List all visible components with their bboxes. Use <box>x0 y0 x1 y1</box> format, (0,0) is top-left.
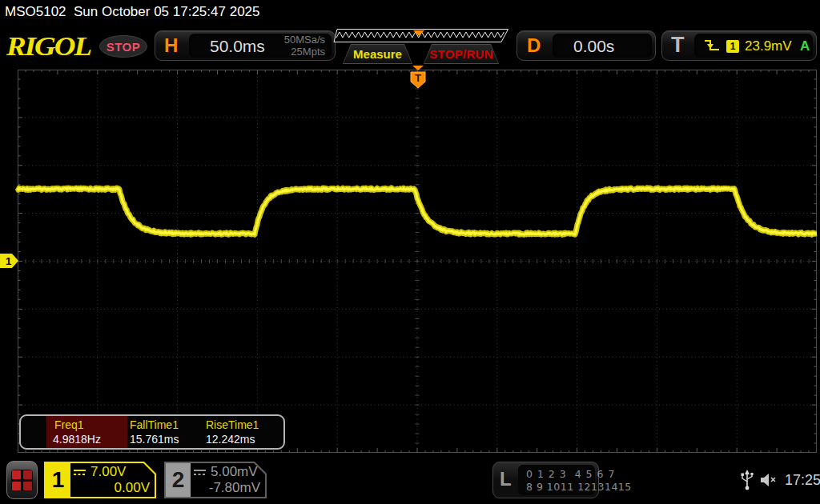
horizontal-label: H <box>164 34 178 57</box>
graticule <box>18 70 817 453</box>
trigger-source-badge: 1 <box>726 40 739 53</box>
digital-channels-row: 8 9 1011 12131415 <box>526 481 632 493</box>
usb-icon <box>741 469 754 491</box>
delay-label: D <box>527 34 541 57</box>
measurement-label: FallTime1 <box>130 418 179 431</box>
delay-menu-button[interactable]: D 0.00s <box>517 30 656 61</box>
channel-2-button[interactable]: 2 5.00mV -7.80mV <box>164 462 267 498</box>
quick-access-button[interactable] <box>6 461 38 499</box>
waveform-display-area: T <box>18 70 817 453</box>
measurement-label: Freq1 <box>54 418 84 431</box>
trigger-level-value: 23.9mV <box>745 38 792 54</box>
acquisition-info: 50MSa/s 25Mpts <box>284 34 325 58</box>
oscilloscope-screen: MSO5102 Sun October 05 17:25:47 2025 RIG… <box>0 0 820 504</box>
timebase-value: 50.0ms <box>210 37 265 56</box>
ch1-badge: 1 <box>46 463 70 497</box>
digital-channels-row: 0 1 2 3 4 5 6 7 <box>526 468 615 480</box>
trigger-menu-button[interactable]: T 1 23.9mV A <box>661 30 817 61</box>
ch2-offset: -7.80mV <box>193 480 260 496</box>
ch1-offset: 0.00V <box>73 480 150 496</box>
trigger-label: T <box>671 33 685 58</box>
measurement-value: 4.9818Hz <box>53 433 101 446</box>
ch1-position-marker[interactable]: 1 <box>0 252 19 270</box>
measurement-results-panel[interactable]: Freq1 FallTime1 RiseTime1 4.9818Hz 15.76… <box>19 414 285 450</box>
horizontal-menu-button[interactable]: H 50.0ms 50MSa/s 25Mpts <box>155 30 336 61</box>
trigger-mode: A <box>800 38 810 54</box>
logic-analyzer-well: 0 1 2 3 4 5 6 7 8 9 1011 12131415 <box>518 465 595 495</box>
measurement-value: 15.761ms <box>130 433 179 446</box>
dc-coupling-icon <box>193 468 207 477</box>
ch1-marker-number: 1 <box>6 255 11 267</box>
channel-1-button[interactable]: 1 7.00V 0.00V <box>44 462 156 498</box>
ch2-scale: 5.00mV <box>211 464 258 480</box>
speaker-mute-icon <box>759 471 780 489</box>
measurement-value: 12.242ms <box>206 433 255 446</box>
stop-run-button-label: STOP/RUN <box>429 47 493 61</box>
stop-run-button[interactable]: STOP/RUN <box>424 44 499 64</box>
status-bar-title: MSO5102 Sun October 05 17:25:47 2025 <box>5 4 260 20</box>
run-state-label: STOP <box>107 40 141 54</box>
trigger-marker-letter: T <box>415 72 421 84</box>
logic-analyzer-button[interactable]: L 0 1 2 3 4 5 6 7 8 9 1011 12131415 <box>492 462 599 498</box>
clock: 17:25 <box>785 472 820 489</box>
ch1-scale: 7.00V <box>90 464 126 480</box>
logic-analyzer-label: L <box>500 468 512 490</box>
trigger-position-marker[interactable]: T <box>411 66 425 88</box>
measurement-label: RiseTime1 <box>206 418 259 431</box>
falling-edge-icon <box>704 38 720 52</box>
measure-button[interactable]: Measure <box>343 44 412 64</box>
ch2-badge: 2 <box>166 463 191 497</box>
dc-coupling-icon <box>73 468 86 477</box>
quick-access-grid-icon <box>11 470 33 491</box>
run-state-indicator: STOP <box>99 35 147 58</box>
memory-depth: 25Mpts <box>284 46 325 58</box>
horizontal-position-indicator[interactable] <box>333 29 508 42</box>
rigol-logo: RIGOL <box>6 30 90 62</box>
sample-rate: 50MSa/s <box>284 34 325 46</box>
delay-value: 0.00s <box>573 37 614 56</box>
measure-button-label: Measure <box>353 47 402 61</box>
